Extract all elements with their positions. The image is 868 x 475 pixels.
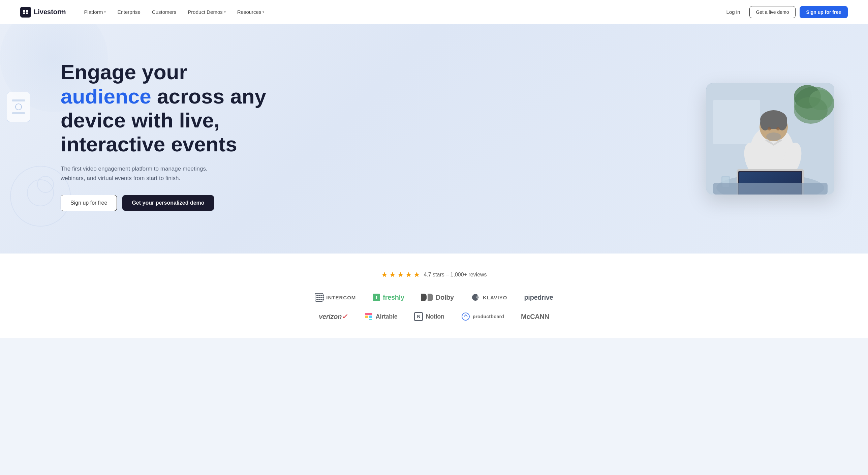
deco-circle-4 — [37, 176, 54, 193]
svg-point-34 — [462, 313, 469, 320]
logo-mccann: McCANN — [521, 313, 549, 321]
svg-rect-30 — [365, 316, 368, 318]
productboard-name: productboard — [473, 314, 504, 319]
star-3: ★ — [397, 270, 404, 279]
productboard-icon — [461, 312, 470, 321]
svg-point-8 — [794, 97, 828, 124]
deco-circle-sm — [15, 103, 22, 110]
hero-buttons: Sign up for free Get your personalized d… — [61, 195, 290, 211]
svg-rect-3 — [26, 12, 28, 14]
deco-line — [12, 99, 25, 101]
nav-product-demos[interactable]: Product Demos ▾ — [183, 6, 230, 18]
klaviyo-name: KLAVIYO — [483, 295, 507, 300]
logos-row-1: INTERCOM f freshly Dolby KLAVIYO — [20, 293, 848, 302]
svg-rect-29 — [713, 183, 828, 195]
star-2: ★ — [389, 270, 396, 279]
svg-point-18 — [766, 132, 781, 141]
social-proof-section: ★ ★ ★ ★ ★ 4.7 stars – 1,000+ reviews INT… — [0, 254, 868, 338]
hero-title-part1: Engage your — [61, 60, 187, 84]
logo-airtable: Airtable — [364, 312, 398, 321]
airtable-name: Airtable — [376, 313, 398, 320]
chevron-down-icon: ▾ — [224, 10, 226, 14]
logo-productboard: productboard — [461, 312, 504, 321]
nav-actions: Log in Get a live demo Sign up for free — [721, 6, 848, 18]
svg-rect-9 — [713, 100, 760, 144]
signup-hero-button[interactable]: Sign up for free — [61, 195, 117, 211]
notion-name: Notion — [426, 313, 444, 320]
live-demo-button[interactable]: Get a live demo — [749, 6, 795, 18]
svg-point-16 — [768, 127, 771, 130]
logo-pipedrive: pipedrive — [524, 294, 553, 301]
notion-icon: N — [414, 312, 423, 321]
logo-dolby: Dolby — [421, 294, 454, 301]
airtable-icon — [364, 312, 373, 321]
hero-section: Engage your audience across anydevice wi… — [0, 24, 868, 254]
hero-title: Engage your audience across anydevice wi… — [61, 60, 290, 156]
chevron-down-icon: ▾ — [104, 10, 106, 14]
hero-image-placeholder — [706, 83, 834, 195]
svg-rect-32 — [365, 313, 372, 315]
logo-text: Livestorm — [34, 8, 66, 16]
freshly-icon: f — [373, 294, 380, 301]
svg-point-17 — [776, 127, 780, 130]
intercom-icon — [315, 293, 323, 302]
svg-rect-1 — [26, 10, 28, 12]
logo-notion: N Notion — [414, 312, 444, 321]
svg-rect-31 — [369, 316, 372, 318]
logo-intercom: INTERCOM — [315, 293, 356, 302]
star-1: ★ — [381, 270, 388, 279]
logo-verizon: verizon✓ — [319, 313, 347, 321]
logos-row-2: verizon✓ Airtable N Notion pro — [20, 312, 848, 321]
logo-klaviyo: KLAVIYO — [471, 293, 507, 302]
pipedrive-name: pipedrive — [524, 294, 553, 301]
deco-line-2 — [12, 112, 25, 114]
klaviyo-icon — [471, 293, 480, 302]
intercom-name: INTERCOM — [326, 295, 356, 300]
nav-links: Platform ▾ Enterprise Customers Product … — [80, 6, 721, 18]
logo[interactable]: Livestorm — [20, 7, 66, 18]
nav-enterprise[interactable]: Enterprise — [113, 6, 145, 18]
rating-text: 4.7 stars – 1,000+ reviews — [424, 272, 487, 278]
stars-container: ★ ★ ★ ★ ★ — [381, 270, 420, 279]
freshly-name: freshly — [383, 294, 404, 301]
navbar: Livestorm Platform ▾ Enterprise Customer… — [0, 0, 868, 24]
signup-nav-button[interactable]: Sign up for free — [800, 6, 848, 18]
nav-platform[interactable]: Platform ▾ — [80, 6, 111, 18]
star-5: ★ — [413, 270, 420, 279]
logo-freshly: f freshly — [373, 294, 404, 301]
demo-hero-button[interactable]: Get your personalized demo — [122, 195, 214, 211]
nav-resources[interactable]: Resources ▾ — [232, 6, 269, 18]
nav-customers[interactable]: Customers — [147, 6, 181, 18]
dolby-name: Dolby — [436, 294, 454, 301]
verizon-name: verizon✓ — [319, 313, 347, 321]
logo-icon — [20, 7, 31, 18]
hero-title-highlight: audience — [61, 85, 151, 108]
login-button[interactable]: Log in — [721, 6, 746, 18]
chevron-down-icon: ▾ — [262, 10, 264, 14]
svg-rect-2 — [23, 12, 25, 14]
deco-widget — [7, 92, 30, 122]
hero-subtitle: The first video engagement platform to m… — [61, 164, 216, 182]
hero-content: Engage your audience across anydevice wi… — [61, 60, 290, 211]
star-4: ★ — [405, 270, 412, 279]
svg-rect-33 — [369, 319, 372, 320]
dolby-icon — [421, 294, 433, 301]
svg-rect-0 — [23, 10, 25, 12]
hero-image — [706, 83, 834, 195]
mccann-name: McCANN — [521, 313, 549, 321]
stars-row: ★ ★ ★ ★ ★ 4.7 stars – 1,000+ reviews — [20, 270, 848, 279]
